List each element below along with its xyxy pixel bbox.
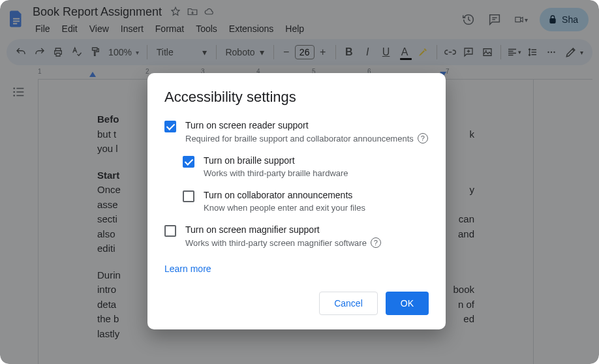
option-screen-reader: Turn on screen reader support Required f…	[164, 120, 429, 144]
option-description: Know when people enter and exit your fil…	[204, 203, 365, 213]
app-window: Book Report Assignment File Edit View In…	[0, 0, 599, 364]
learn-more-link[interactable]: Learn more	[164, 264, 211, 274]
help-icon[interactable]: ?	[418, 133, 428, 144]
help-icon[interactable]: ?	[371, 237, 381, 248]
option-description: Works with third-party braille hardware	[204, 168, 348, 178]
option-braille: Turn on braille support Works with third…	[183, 155, 429, 178]
checkbox-collaborator-announcements[interactable]	[183, 190, 194, 202]
option-label: Turn on collaborator announcements	[204, 190, 365, 200]
option-description: Works with third-party screen magnifier …	[185, 237, 381, 248]
modal-scrim[interactable]: Accessibility settings Turn on screen re…	[0, 0, 599, 364]
option-collaborator-announcements: Turn on collaborator announcements Know …	[183, 190, 429, 213]
cancel-button[interactable]: Cancel	[319, 292, 378, 315]
dialog-actions: Cancel OK	[164, 292, 429, 315]
checkbox-screen-reader[interactable]	[164, 121, 176, 132]
dialog-title: Accessibility settings	[164, 89, 429, 106]
accessibility-settings-dialog: Accessibility settings Turn on screen re…	[147, 73, 446, 329]
ok-button[interactable]: OK	[386, 292, 429, 315]
option-description: Required for braille support and collabo…	[185, 133, 428, 144]
option-label: Turn on braille support	[204, 155, 348, 166]
option-label: Turn on screen magnifier support	[185, 224, 381, 235]
checkbox-braille[interactable]	[183, 156, 194, 168]
option-screen-magnifier: Turn on screen magnifier support Works w…	[164, 224, 429, 248]
option-label: Turn on screen reader support	[185, 120, 428, 130]
checkbox-screen-magnifier[interactable]	[164, 225, 176, 237]
